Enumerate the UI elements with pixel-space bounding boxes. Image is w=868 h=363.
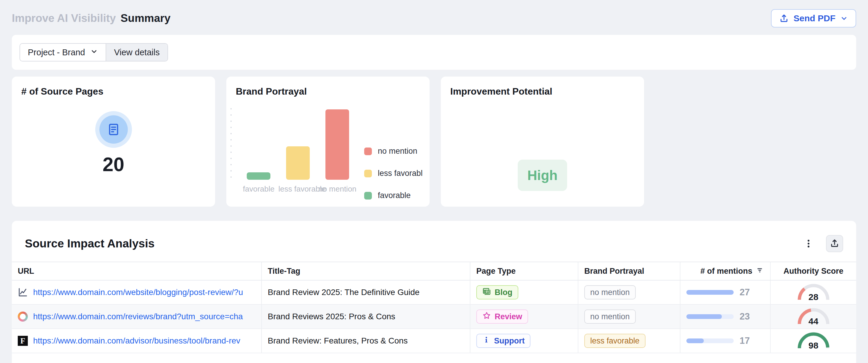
source-url-link[interactable]: https://www.domain.com/website/blogging/… [33,288,243,297]
source-url-link[interactable]: https://www.domain.com/reviews/brand?utm… [33,312,243,321]
legend-swatch-less-favorable [364,170,372,177]
project-selector[interactable]: Project - Brand [20,44,105,61]
upload-icon [779,13,789,23]
star-icon [482,311,491,322]
mentions-value: 17 [740,335,750,346]
bar-no-mention [326,109,349,180]
dashboard-page: Improve AI Visibility Summary Send PDF P… [0,0,868,363]
chevron-down-icon [840,14,848,22]
kebab-menu-icon[interactable] [801,236,816,251]
col-mentions[interactable]: # of mentions [680,262,771,280]
table-header: URL Title-Tag Page Type Brand Portrayal … [12,262,856,280]
x-label-favorable: favorable [239,185,278,194]
section-title: Source Impact Analysis [25,237,155,250]
source-pages-value: 20 [103,153,124,175]
authority-score-gauge: 98 [797,332,830,350]
export-icon [830,238,839,249]
page-type-badge: Blog [476,285,518,299]
legend-item: less favorable [364,169,423,178]
info-icon [482,336,491,346]
chevron-down-icon [90,47,98,57]
improvement-potential-value: High [518,160,567,191]
page-header: Improve AI Visibility Summary Send PDF [12,0,856,35]
col-page-type: Page Type [470,262,578,280]
x-label-less-favorable: less favorable [278,185,318,194]
export-button[interactable] [826,235,843,252]
legend-swatch-favorable [364,192,372,200]
view-details-button[interactable]: View details [105,44,167,61]
col-title-tag: Title-Tag [262,262,470,280]
bar-favorable [247,172,270,180]
chart-legend: no mention less favorable favorable [364,146,423,200]
legend-item: favorable [364,191,423,200]
source-pages-card: # of Source Pages 20 [12,76,215,207]
kpi-cards-row: # of Source Pages 20 Brand Portrayal [12,76,856,207]
send-pdf-label: Send PDF [794,13,835,23]
line-chart-favicon [18,287,28,297]
authority-score-value: 28 [797,292,830,302]
brand-portrayal-chart: favorable less favorable no mention no m… [236,109,420,200]
portrayal-badge: less favorable [584,334,646,348]
improvement-potential-card: Improvement Potential High [441,76,644,207]
legend-item: no mention [364,146,423,156]
y-axis-ticks [230,108,231,182]
bar-less-favorable [286,146,310,180]
mentions-value: 23 [740,311,750,322]
table-row: https://www.domain.com/website/blogging/… [12,280,856,305]
legend-swatch-no-mention [364,147,372,155]
mentions-bar [686,290,734,295]
send-pdf-button[interactable]: Send PDF [771,9,856,28]
improvement-potential-title: Improvement Potential [450,86,634,97]
project-selector-label: Project - Brand [28,47,85,57]
sort-icon[interactable] [756,266,764,276]
document-icon [95,111,132,148]
project-toolbar: Project - Brand View details [12,35,856,70]
title-tag-cell: Brand Review: Features, Pros & Cons [262,329,470,353]
title-tag-cell: Brand Review 2025: The Definitive Guide [262,280,470,304]
page-title: Summary [121,12,171,25]
table-row: https://www.domain.com/reviews/brand?utm… [12,305,856,329]
table-row: F https://www.domain.com/advisor/busines… [12,329,856,353]
source-impact-section: Source Impact Analysis URL Ti [12,221,856,363]
forbes-favicon: F [18,336,28,346]
swirl-favicon [18,311,28,322]
mentions-bar [686,338,734,343]
blog-icon [482,287,491,298]
mentions-value: 27 [740,287,750,298]
source-pages-title: # of Source Pages [21,86,206,97]
mentions-bar [686,314,734,319]
portrayal-badge: no mention [584,309,636,324]
page-type-badge: Review [476,309,528,324]
brand-portrayal-card: Brand Portrayal favorable less favorable… [226,76,430,207]
x-axis-labels: favorable less favorable no mention [236,185,357,194]
source-url-link[interactable]: https://www.domain.com/advisor/business/… [33,336,240,345]
page-type-badge: Support [476,334,530,348]
authority-score-gauge: 44 [797,307,830,326]
project-segmented-control: Project - Brand View details [20,43,168,62]
breadcrumb: Improve AI Visibility Summary [12,12,170,25]
portrayal-badge: no mention [584,285,636,299]
col-brand-portrayal: Brand Portrayal [578,262,680,280]
authority-score-value: 98 [797,340,830,351]
breadcrumb-parent[interactable]: Improve AI Visibility [12,12,116,25]
col-authority-score: Authority Score [771,262,856,280]
col-url: URL [12,262,262,280]
authority-score-value: 44 [797,316,830,326]
title-tag-cell: Brand Reviews 2025: Pros & Cons [262,305,470,328]
x-label-no-mention: no mention [318,185,357,194]
brand-portrayal-title: Brand Portrayal [236,86,420,97]
authority-score-gauge: 28 [797,283,830,301]
